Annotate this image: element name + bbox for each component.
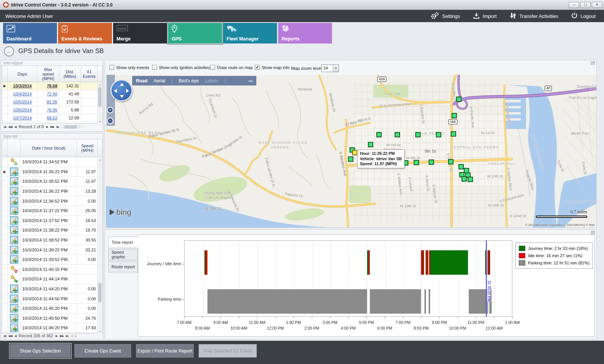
day-cell[interactable]: 10/6/2014: [8, 106, 37, 114]
pager-next-icon[interactable]: ▶|: [66, 334, 68, 338]
max-speed-link[interactable]: 68.62: [47, 116, 57, 120]
map-canvas[interactable]: + − RoadAerial|Bird's eyeLabels|<< Miral…: [106, 75, 596, 227]
gps-marker[interactable]: [395, 132, 400, 137]
max-speed-link[interactable]: 72.40: [47, 92, 57, 96]
day-link[interactable]: 10/4/2014: [13, 92, 32, 96]
day-link[interactable]: 10/6/2014: [13, 108, 32, 112]
gps-table-row[interactable]: 10/3/2014 11:36:52 PM0.00: [2, 196, 102, 206]
checkbox-box-icon[interactable]: [152, 65, 157, 70]
gps-marker[interactable]: [429, 159, 434, 165]
max-speed-cell[interactable]: 76.95: [37, 106, 59, 114]
maximize-button[interactable]: ▢: [580, 2, 591, 8]
gps-table-row[interactable]: 10/3/2014 11:44:20 PM0.00: [2, 284, 102, 294]
day-cell[interactable]: 10/7/2014: [8, 114, 37, 122]
map-zoom-out-button[interactable]: −: [107, 118, 113, 124]
show-gps-selection-button[interactable]: Show Gps Selection: [10, 344, 70, 358]
pager-hscroll-arrow-icon[interactable]: ◀: [71, 334, 73, 338]
gps-table-row[interactable]: 10/3/2014 11:37:52 PM18.63: [2, 216, 102, 226]
gps-marker[interactable]: [462, 176, 467, 182]
tab-route-report[interactable]: Route report: [108, 261, 138, 272]
gps-marker[interactable]: [415, 132, 421, 137]
pager-prev-icon[interactable]: ◀◀: [8, 125, 12, 129]
pager-prev-icon[interactable]: |◀: [3, 125, 6, 129]
export-print-route-report-button[interactable]: Export / Print Route Report: [136, 344, 194, 358]
gps-table-row[interactable]: 10/3/2014 11:34:52 PM: [2, 157, 102, 167]
gps-marker[interactable]: [452, 113, 457, 118]
gps-table-row[interactable]: 10/3/2014 11:35:52 PM11.47: [2, 177, 102, 187]
map-zoom-level-select[interactable]: 14▼: [321, 64, 339, 72]
map-nav-collapse-button[interactable]: <<: [248, 79, 253, 83]
pager-next-icon[interactable]: ▶|: [57, 125, 59, 129]
tab-dashboard[interactable]: Dashboard: [3, 23, 57, 43]
checkbox-box-icon[interactable]: [109, 65, 114, 70]
gps-table-row[interactable]: 10/3/2014 11:44:50 PM0.00: [2, 294, 102, 304]
tab-time-report[interactable]: Time report: [108, 237, 138, 248]
gps-table-row[interactable]: 10/3/2014 11:39:22 PM33.21: [2, 245, 102, 255]
pager-hscroll-thumb[interactable]: [64, 125, 77, 129]
chart-collapse-icon[interactable]: [591, 231, 595, 234]
max-speed-link[interactable]: 76.95: [47, 108, 57, 112]
gps-table-scrollbar[interactable]: ▲▼: [97, 158, 102, 333]
map-collapse-icon[interactable]: [591, 61, 595, 65]
logout-menu-item[interactable]: Logout: [571, 12, 596, 20]
pager-next-icon[interactable]: ▶▶: [60, 334, 63, 338]
checkbox-show-only-ignition-activities[interactable]: Show only ignition activities: [152, 65, 210, 70]
create-gps-event-button[interactable]: Create Gps Event: [74, 344, 131, 358]
gps-table-row[interactable]: 10/3/2014 11:45:20 PM0.00: [2, 304, 102, 314]
pager-next-icon[interactable]: ▶: [46, 125, 48, 129]
map-style-road[interactable]: Road: [136, 78, 147, 84]
day-cell[interactable]: 10/3/2014: [8, 82, 37, 90]
back-button[interactable]: ←: [4, 46, 14, 56]
pager-prev-icon[interactable]: |◀: [3, 334, 6, 338]
tab-gps[interactable]: GPS: [168, 23, 222, 43]
gps-table-row[interactable]: 10/3/2014 11:36:22 PM13.28: [2, 187, 102, 196]
gps-table-row[interactable]: 10/3/2014 11:37:22 PM29.05: [2, 206, 102, 216]
minimize-button[interactable]: —: [569, 2, 579, 8]
tab-speed-graphic[interactable]: Speed graphic: [108, 249, 138, 260]
map-style-labels[interactable]: Labels: [205, 78, 218, 84]
gps-marker[interactable]: [448, 159, 453, 164]
map-compass-control[interactable]: [110, 79, 133, 101]
day-cell[interactable]: 10/4/2014: [8, 90, 37, 98]
info-table-row[interactable]: ▶10/3/201478.68142.31: [2, 82, 102, 90]
tab-fleet-manager[interactable]: Fleet Manager: [223, 23, 277, 43]
close-button[interactable]: ✕: [592, 2, 602, 8]
checkbox-box-icon[interactable]: ✓: [255, 65, 260, 70]
max-speed-cell[interactable]: 81.05: [37, 98, 59, 106]
checkbox-draw-route-on-map[interactable]: Draw route on map: [210, 65, 253, 70]
import-menu-item[interactable]: Import: [473, 12, 497, 20]
info-table-row[interactable]: 10/6/201476.955.88: [2, 106, 102, 114]
settings-menu-item[interactable]: Settings: [430, 12, 460, 21]
gps-table-row[interactable]: 10/3/2014 11:39:52 PM0.00: [2, 255, 102, 265]
gps-table-row[interactable]: 10/3/2014 11:44:14 PM: [2, 274, 102, 284]
gps-marker[interactable]: [451, 131, 456, 137]
day-link[interactable]: 10/7/2014: [13, 116, 32, 120]
pager-hscroll-arrow-icon[interactable]: ▶: [75, 334, 77, 338]
max-speed-cell[interactable]: 78.68: [37, 82, 59, 90]
checkbox-show-only-events[interactable]: Show only events: [109, 65, 149, 70]
gps-marker[interactable]: [436, 132, 441, 137]
pager-prev-icon[interactable]: ◀: [15, 334, 16, 338]
dropdown-arrow-icon[interactable]: ▼: [333, 65, 338, 72]
gps-table-row[interactable]: ▶10/3/2014 11:35:22 PM11.97: [2, 167, 102, 177]
checkbox-show-map-info[interactable]: ✓Show map info: [255, 65, 290, 70]
info-report-pager[interactable]: |◀◀◀◀Record 1 of 8▶▶▶▶|: [3, 124, 82, 129]
max-speed-cell[interactable]: 68.62: [37, 114, 59, 122]
transfer-activities-menu-item[interactable]: Transfer Activities: [510, 12, 558, 20]
gps-table-row[interactable]: 10/3/2014 11:38:52 PM30.55: [2, 235, 102, 245]
day-link[interactable]: 10/5/2014: [13, 100, 32, 104]
day-cell[interactable]: 10/5/2014: [8, 98, 37, 106]
tab-events-reviews[interactable]: Events & Reviews: [58, 23, 112, 43]
pager-next-icon[interactable]: ▶▶: [50, 125, 54, 129]
pager-hscrollbar[interactable]: [61, 125, 82, 129]
gps-table-row[interactable]: 10/3/2014 11:38:22 PM19.70: [2, 225, 102, 235]
info-table-row[interactable]: 10/5/201481.05172.56: [2, 98, 102, 106]
map-style-bird-s-eye[interactable]: Bird's eye: [179, 78, 199, 84]
gps-marker[interactable]: [458, 164, 464, 169]
max-speed-link[interactable]: 81.05: [47, 100, 57, 104]
tab-merge[interactable]: MERGEMerge: [113, 23, 167, 43]
info-table-scrollbar[interactable]: ▲▼: [97, 82, 102, 124]
gps-marker[interactable]: [348, 156, 353, 162]
pager-prev-icon[interactable]: ◀: [15, 125, 16, 129]
checkbox-box-icon[interactable]: [210, 65, 215, 70]
